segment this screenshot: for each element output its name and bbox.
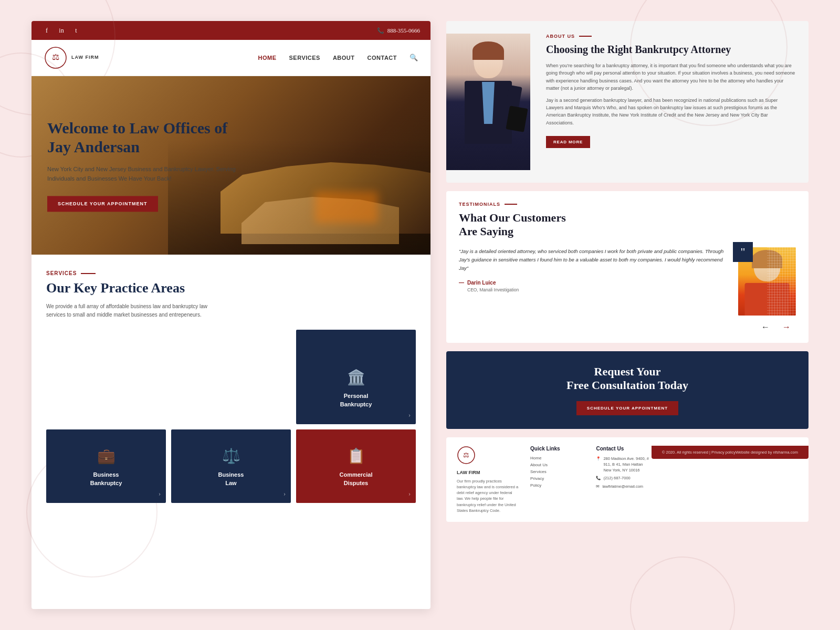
logo-text: LAW FIRM xyxy=(71,55,99,61)
business-bankruptcy-icon: 💼 xyxy=(97,447,116,465)
footer-logo-text: LAW FIRM xyxy=(457,470,520,475)
testimonial-role: CEO, Manali Investigation xyxy=(467,287,728,292)
services-section: SERVICES Our Key Practice Areas We provi… xyxy=(32,255,430,513)
footer-email: ✉ lawfirlatme@email.com xyxy=(596,484,651,489)
author-name: Darin Luice xyxy=(467,280,496,286)
card-arrow-commercial: › xyxy=(408,490,411,498)
about-text-1: When you're searching for a bankruptcy a… xyxy=(546,62,796,92)
left-panel: f in t 📞 888-355-0666 ⚖ LAW FIRM H xyxy=(32,21,430,609)
schedule-button[interactable]: SCHEDULE YOUR APPOINTMENT xyxy=(47,196,158,212)
testimonial-content: "Jay is a detailed oriented attorney, wh… xyxy=(459,247,796,316)
consultation-button[interactable]: SCHEDULE YOUR APPOINTMENT xyxy=(576,401,678,415)
nav-contact[interactable]: CONTACT xyxy=(368,55,397,61)
testimonials-label: TESTIMONIALS xyxy=(459,202,796,207)
top-bar: f in t 📞 888-355-0666 xyxy=(32,21,430,40)
consultation-card: Request YourFree Consultation Today SCHE… xyxy=(446,351,808,429)
next-arrow[interactable]: → xyxy=(779,322,794,332)
nav-arrows: ← → xyxy=(459,322,796,332)
address-icon: 📍 xyxy=(596,456,601,461)
logo-icon: ⚖ xyxy=(44,46,67,69)
commercial-disputes-title: CommercialDisputes xyxy=(340,471,373,487)
footer-card: ⚖ LAW FIRM Our firm proudly practices ba… xyxy=(446,437,808,522)
nav-bar: ⚖ LAW FIRM HOME SERVICES ABOUT CONTACT 🔍 xyxy=(32,40,430,76)
svg-text:⚖: ⚖ xyxy=(52,52,59,61)
right-panel: ABOUT US Choosing the Right Bankrutpcy A… xyxy=(446,21,808,609)
services-title: Our Key Practice Areas xyxy=(46,280,416,296)
service-card-business-bk[interactable]: 💼 BusinessBankruptcy › xyxy=(46,429,166,503)
nav-home[interactable]: HOME xyxy=(258,55,276,61)
footer-link-services[interactable]: Services xyxy=(530,469,585,474)
quote-mark: " xyxy=(741,246,746,258)
about-content: ABOUT US Choosing the Right Bankrutpcy A… xyxy=(541,34,796,170)
nav-services[interactable]: SERVICES xyxy=(289,55,320,61)
personal-bankruptcy-title: PersonalBankruptcy xyxy=(340,392,372,408)
service-grid: 🏛️ PersonalBankruptcy › 💼 BusinessBankru… xyxy=(46,330,416,503)
copyright-text: © 2020. All rights reserved | Privacy po… xyxy=(662,450,736,455)
services-label: SERVICES xyxy=(46,270,416,276)
search-icon[interactable]: 🔍 xyxy=(410,54,418,62)
about-card: ABOUT US Choosing the Right Bankrutpcy A… xyxy=(446,21,808,183)
quote-mark-box: " xyxy=(733,242,753,262)
prev-arrow[interactable]: ← xyxy=(758,322,773,332)
social-icons: f in t xyxy=(42,26,81,35)
service-card-commercial[interactable]: 📋 CommercialDisputes › xyxy=(296,429,416,503)
service-card-personal[interactable]: 🏛️ PersonalBankruptcy › xyxy=(296,330,416,424)
read-more-button[interactable]: READ MORE xyxy=(546,136,590,148)
services-description: We provide a full array of affordable bu… xyxy=(46,302,214,319)
service-card-business-law[interactable]: ⚖️ BusinessLaw › xyxy=(171,429,291,503)
facebook-icon[interactable]: f xyxy=(42,26,51,35)
bottom-bar: © 2020. All rights reserved | Privacy po… xyxy=(652,446,808,459)
footer-quick-links: Quick Links Home About Us Services Priva… xyxy=(530,446,585,490)
footer-phone: 📞 (212) 687-7000 xyxy=(596,475,651,481)
card-arrow-personal: › xyxy=(408,411,411,419)
testimonial-author: Darin Luice xyxy=(459,280,728,286)
testimonial-text-area: "Jay is a detailed oriented attorney, wh… xyxy=(459,247,728,292)
footer-link-policy[interactable]: Policy xyxy=(530,483,585,488)
consultation-title: Request YourFree Consultation Today xyxy=(462,365,793,393)
phone-info: 📞 888-355-0666 xyxy=(377,27,420,34)
designer-text: Website designed by nfsharma.com xyxy=(736,450,798,455)
footer-logo-icon: ⚖ xyxy=(457,446,476,465)
about-label: ABOUT US xyxy=(546,34,796,39)
hero-section: Welcome to Law Offices of Jay Andersan N… xyxy=(32,76,430,255)
about-image xyxy=(446,34,530,170)
business-bankruptcy-title: BusinessBankruptcy xyxy=(90,471,122,487)
svg-text:⚖: ⚖ xyxy=(463,451,469,459)
testimonials-card: TESTIMONIALS What Our CustomersAre Sayin… xyxy=(446,191,808,343)
phone-icon-footer: 📞 xyxy=(596,475,601,481)
nav-about[interactable]: ABOUT xyxy=(333,55,355,61)
email-icon: ✉ xyxy=(596,484,600,489)
business-law-icon: ⚖️ xyxy=(222,447,240,465)
commercial-disputes-icon: 📋 xyxy=(347,447,365,465)
footer-description: Our firm proudly practices bankruptcy la… xyxy=(457,478,520,514)
about-title: Choosing the Right Bankrutpcy Attorney xyxy=(546,43,796,56)
card-arrow-biz-bk: › xyxy=(159,490,161,498)
linkedin-icon[interactable]: in xyxy=(57,26,66,35)
footer-contact: Contact Us 📍 280 Madison Ave. 9400, # 91… xyxy=(596,446,651,491)
phone-icon: 📞 xyxy=(377,27,384,34)
footer-quick-links-title: Quick Links xyxy=(530,446,585,452)
footer-address: 📍 280 Madison Ave. 9400, # 911, B 41, Ma… xyxy=(596,456,651,474)
testimonial-quote: "Jay is a detailed oriented attorney, wh… xyxy=(459,247,728,272)
nav-links: HOME SERVICES ABOUT CONTACT 🔍 xyxy=(258,54,418,62)
testimonials-title: What Our CustomersAre Saying xyxy=(459,211,796,239)
footer-link-privacy[interactable]: Privacy xyxy=(530,476,585,481)
footer-link-about[interactable]: About Us xyxy=(530,463,585,467)
footer-link-home[interactable]: Home xyxy=(530,456,585,460)
hero-title: Welcome to Law Offices of Jay Andersan xyxy=(47,119,247,156)
testimonial-image-area: " xyxy=(738,247,796,316)
card-arrow-biz-law: › xyxy=(284,490,286,498)
phone-number: 888-355-0666 xyxy=(387,27,420,34)
hero-content: Welcome to Law Offices of Jay Andersan N… xyxy=(47,119,247,212)
personal-bankruptcy-icon: 🏛️ xyxy=(347,369,365,386)
business-law-title: BusinessLaw xyxy=(218,471,244,487)
footer-logo-area: ⚖ LAW FIRM Our firm proudly practices ba… xyxy=(457,446,520,514)
footer-contact-title: Contact Us xyxy=(596,446,651,452)
hero-subtitle: New York City and New Jersey Business an… xyxy=(47,165,247,183)
twitter-icon[interactable]: t xyxy=(71,26,81,35)
logo-area: ⚖ LAW FIRM xyxy=(44,46,99,69)
about-text-2: Jay is a second generation bankruptcy la… xyxy=(546,97,796,127)
